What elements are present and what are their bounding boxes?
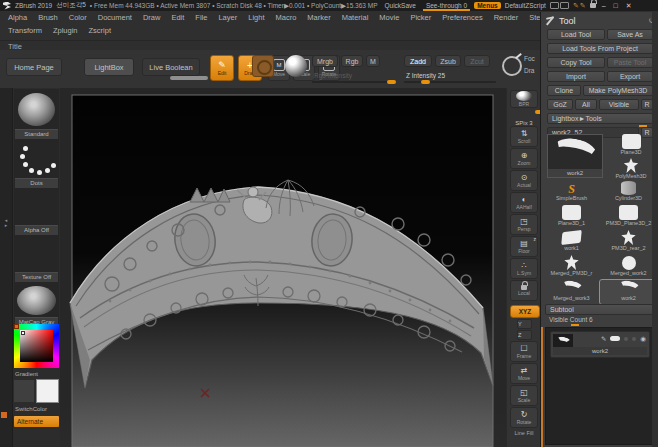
- sculptris-pro-button[interactable]: [252, 55, 274, 77]
- menu-item[interactable]: Document: [98, 13, 132, 22]
- color-picker[interactable]: [14, 324, 59, 368]
- menu-item[interactable]: Alpha: [8, 13, 27, 22]
- current-brush-button[interactable]: Standard: [14, 89, 59, 140]
- menu-item[interactable]: Zscript: [89, 26, 112, 35]
- edit-mode-button[interactable]: ✎ Edit: [210, 55, 234, 81]
- make-polymesh3d-button[interactable]: Make PolyMesh3D: [583, 85, 653, 96]
- rgb-button[interactable]: Rgb: [341, 55, 363, 67]
- stroke-type-button[interactable]: Dots: [14, 140, 59, 189]
- load-tools-from-project-button[interactable]: Load Tools From Project: [547, 43, 653, 54]
- see-through-slider[interactable]: See-through 0: [423, 2, 470, 9]
- save-as-button[interactable]: Save As: [607, 29, 653, 40]
- menu-item[interactable]: Edit: [171, 13, 184, 22]
- shelf-nav-button[interactable]: ⊙ Actual: [510, 170, 538, 191]
- slider-handle[interactable]: [387, 80, 396, 84]
- screen-layout-icons[interactable]: [550, 2, 569, 9]
- menu-item[interactable]: File: [195, 13, 207, 22]
- menu-item[interactable]: Brush: [38, 13, 58, 22]
- menu-item[interactable]: Zplugin: [53, 26, 78, 35]
- shelf-nav-button[interactable]: ◱ Scale: [510, 385, 538, 406]
- main-color-swatch[interactable]: [14, 380, 34, 402]
- left-tray-divider[interactable]: ◂▸: [0, 88, 13, 447]
- paintbrush-icon[interactable]: ✎: [601, 335, 606, 342]
- canvas-viewport[interactable]: [60, 88, 506, 447]
- quicksave-button[interactable]: QuickSave: [381, 2, 418, 9]
- goz-all-button[interactable]: All: [575, 99, 597, 110]
- restore-button[interactable]: □: [612, 2, 620, 9]
- import-button[interactable]: Import: [547, 71, 605, 82]
- toggle-dot-icon[interactable]: [632, 337, 636, 341]
- m-button[interactable]: M: [366, 55, 380, 67]
- menu-item[interactable]: Render: [494, 13, 519, 22]
- menu-item[interactable]: Draw: [143, 13, 161, 22]
- material-button[interactable]: MatCap Gray: [14, 283, 59, 328]
- goz-visible-button[interactable]: Visible: [599, 99, 639, 110]
- gradient-toggle[interactable]: Gradient: [15, 371, 38, 377]
- z-intensity-slider[interactable]: Z Intensity 25: [404, 72, 496, 83]
- menu-item[interactable]: Movie: [379, 13, 399, 22]
- menu-item[interactable]: Layer: [218, 13, 237, 22]
- bpr-render-button[interactable]: BPR: [510, 90, 538, 108]
- slider-handle[interactable]: [421, 80, 430, 84]
- default-zscript-button[interactable]: DefaultZScript: [505, 2, 546, 9]
- lock-icon[interactable]: [590, 3, 596, 8]
- rgb-intensity-slider[interactable]: Rgb Intensity: [312, 72, 396, 83]
- tray-divider-handle[interactable]: [170, 76, 208, 80]
- toggle-pill-icon[interactable]: [610, 336, 620, 341]
- shelf-nav-button[interactable]: ▤ Floor z: [510, 236, 538, 257]
- material-sphere-icon[interactable]: [285, 55, 307, 77]
- y-axis-button[interactable]: Y: [517, 319, 532, 329]
- zsub-button[interactable]: Zsub: [435, 55, 461, 67]
- tool-thumbnail[interactable]: Merged_PM3D_r: [543, 255, 600, 279]
- subtool-item[interactable]: ✎ ◉ work2: [550, 331, 650, 358]
- tool-thumbnail[interactable]: Cylinder3D: [600, 180, 657, 204]
- mrgb-button[interactable]: Mrgb: [312, 55, 338, 67]
- tool-thumbnail[interactable]: PM3D_rear_2: [600, 230, 657, 254]
- menus-toggle-button[interactable]: Menus: [474, 2, 501, 9]
- xyz-axis-button[interactable]: XYZ: [510, 305, 540, 318]
- tool-thumbnail[interactable]: Plane3D: [607, 134, 655, 158]
- home-page-button[interactable]: Home Page: [6, 58, 62, 76]
- tray-collapse-handle[interactable]: ◂▸: [3, 218, 9, 234]
- shelf-nav-button[interactable]: Local: [510, 280, 538, 301]
- tool-thumbnail[interactable]: Merged_work3: [543, 280, 600, 304]
- lightbox-button[interactable]: LightBox: [84, 58, 134, 76]
- menu-item[interactable]: Material: [342, 13, 369, 22]
- paste-tool-button[interactable]: Paste Tool: [607, 57, 653, 68]
- live-boolean-button[interactable]: Live Boolean: [142, 58, 200, 76]
- minimize-button[interactable]: –: [600, 2, 608, 9]
- brush-preset-icons[interactable]: ✎ ✎: [573, 2, 586, 10]
- menu-item[interactable]: Preferences: [442, 13, 482, 22]
- shelf-nav-button[interactable]: ◐ AAHalf: [510, 192, 538, 213]
- secondary-color-swatch[interactable]: [36, 379, 59, 403]
- export-button[interactable]: Export: [607, 71, 653, 82]
- shelf-nav-button[interactable]: ∴ L.Sym: [510, 258, 538, 279]
- alpha-button[interactable]: Alpha Off: [14, 189, 59, 236]
- toggle-dot-icon[interactable]: [624, 337, 628, 341]
- document-canvas[interactable]: [60, 88, 506, 447]
- current-tool-thumbnail[interactable]: work2: [547, 134, 603, 178]
- tool-thumbnail[interactable]: work1: [543, 230, 600, 254]
- menu-item[interactable]: Macro: [275, 13, 296, 22]
- shelf-nav-button[interactable]: ↻ Rotate: [510, 407, 538, 428]
- alternate-button[interactable]: Alternate: [14, 416, 59, 427]
- load-tool-button[interactable]: Load Tool: [547, 29, 605, 40]
- close-button[interactable]: ✕: [624, 2, 634, 10]
- zcut-button[interactable]: Zcut: [464, 55, 490, 67]
- focal-shift-label[interactable]: Foc: [524, 55, 535, 62]
- z-axis-button[interactable]: Z: [517, 330, 532, 340]
- draw-size-knob-icon[interactable]: [502, 56, 522, 76]
- subtool-scrollbar[interactable]: [541, 327, 543, 447]
- menu-item[interactable]: Color: [69, 13, 87, 22]
- eye-visibility-icon[interactable]: ◉: [640, 335, 646, 342]
- menu-item[interactable]: Transform: [8, 26, 42, 35]
- tool-thumbnail[interactable]: work2: [600, 280, 657, 304]
- shelf-nav-button[interactable]: ⇅ Scroll: [510, 126, 538, 147]
- tool-thumbnail[interactable]: Plane3D_1: [543, 205, 600, 229]
- shelf-nav-button[interactable]: ◳ Persp: [510, 214, 538, 235]
- menu-item[interactable]: Marker: [307, 13, 330, 22]
- shelf-nav-button[interactable]: ⊕ Zoom: [510, 148, 538, 169]
- lightbox-tools-button[interactable]: Lightbox►Tools: [547, 113, 653, 124]
- tool-thumbnail[interactable]: SimpleBrush: [543, 180, 600, 204]
- goz-button[interactable]: GoZ: [547, 99, 573, 110]
